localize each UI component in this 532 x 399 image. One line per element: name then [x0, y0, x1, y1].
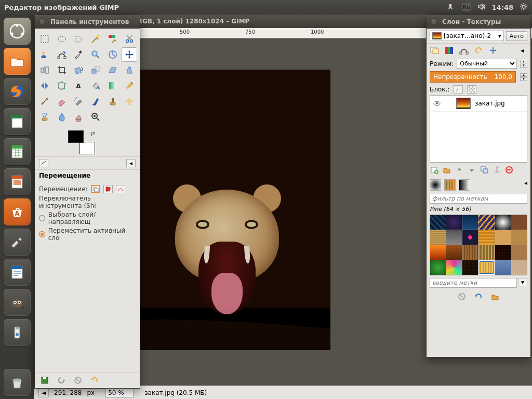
- tab-move-icon[interactable]: [488, 46, 498, 55]
- pattern-grid[interactable]: [430, 215, 527, 275]
- launcher-impress[interactable]: [4, 168, 31, 195]
- fg-color[interactable]: [68, 130, 84, 143]
- pattern-tags-input[interactable]: [430, 278, 517, 288]
- pattern-swatch[interactable]: [462, 230, 478, 245]
- move-mode-selection[interactable]: [103, 185, 113, 193]
- opacity-up[interactable]: ▴: [520, 73, 527, 77]
- new-layer-icon[interactable]: [430, 165, 439, 175]
- tool-ellipse-select[interactable]: [54, 32, 70, 46]
- tool-clone[interactable]: [105, 94, 121, 109]
- pattern-swatch[interactable]: [511, 230, 527, 245]
- launcher-gimp[interactable]: [4, 289, 31, 316]
- lock-alpha-icon[interactable]: [467, 85, 476, 94]
- opacity-slider[interactable]: Непрозрачность 100,0: [430, 71, 516, 83]
- radio-move-active[interactable]: [39, 231, 45, 237]
- tool-rect-select[interactable]: [37, 32, 52, 46]
- network-icon[interactable]: [447, 3, 456, 12]
- pattern-swatch[interactable]: [495, 260, 511, 275]
- tool-airbrush[interactable]: [71, 94, 86, 109]
- tab-undo-history-icon[interactable]: [473, 46, 484, 55]
- bg-color[interactable]: [79, 142, 95, 154]
- tool-text[interactable]: A: [71, 78, 86, 93]
- pattern-swatch[interactable]: [430, 245, 446, 260]
- tab-paths-icon[interactable]: [459, 46, 469, 55]
- clock[interactable]: 14:48: [492, 4, 513, 11]
- pattern-swatch[interactable]: [478, 260, 494, 275]
- launcher-calc[interactable]: [4, 138, 31, 165]
- close-icon[interactable]: [39, 18, 46, 25]
- opacity-down[interactable]: ▾: [520, 77, 527, 81]
- tab-menu-icon[interactable]: ◂: [517, 46, 527, 55]
- tool-perspective-clone[interactable]: [37, 110, 52, 124]
- tool-rotate[interactable]: [71, 63, 86, 77]
- pattern-swatch[interactable]: [478, 245, 494, 260]
- pattern-swatch[interactable]: [462, 215, 478, 230]
- tool-blend[interactable]: [105, 78, 121, 93]
- tool-options-tab-icon[interactable]: [39, 159, 48, 167]
- keyboard-layout-indicator[interactable]: Ru: [462, 3, 471, 11]
- launcher-usb-creator[interactable]: [4, 319, 31, 346]
- toolopt-reset-icon[interactable]: [90, 376, 99, 385]
- tool-crop[interactable]: [54, 63, 70, 77]
- delete-layer-icon[interactable]: [504, 165, 514, 175]
- pattern-swatch[interactable]: [511, 260, 527, 275]
- pattern-filter-input[interactable]: [430, 194, 527, 204]
- close-icon[interactable]: [431, 18, 438, 25]
- volume-icon[interactable]: [477, 3, 486, 12]
- radio-pick-layer[interactable]: [39, 215, 45, 221]
- tool-scissors[interactable]: [122, 32, 137, 46]
- tool-align[interactable]: [37, 63, 52, 77]
- pattern-swatch[interactable]: [446, 230, 462, 245]
- launcher-software-center[interactable]: A: [4, 198, 31, 225]
- toolopt-delete-icon[interactable]: [73, 376, 83, 385]
- tool-shear[interactable]: [105, 63, 121, 77]
- pattern-swatch[interactable]: [430, 230, 446, 245]
- tool-cage[interactable]: [54, 78, 70, 93]
- tags-dropdown-icon[interactable]: ▾: [518, 278, 527, 286]
- pattern-swatch[interactable]: [478, 215, 494, 230]
- toolopt-restore-icon[interactable]: [57, 376, 66, 385]
- layer-item[interactable]: закат.jpg: [430, 96, 527, 112]
- swap-colors-icon[interactable]: ⇄: [90, 130, 95, 137]
- move-mode-path[interactable]: [116, 185, 125, 193]
- pattern-edit-icon[interactable]: [457, 292, 467, 301]
- system-gear-icon[interactable]: [520, 3, 528, 12]
- layer-group-icon[interactable]: [442, 165, 451, 175]
- tool-scale[interactable]: [88, 63, 103, 77]
- move-mode-layer[interactable]: [91, 185, 100, 193]
- gradients-tab-icon[interactable]: [459, 179, 470, 191]
- tool-measure[interactable]: [105, 47, 121, 62]
- launcher-document[interactable]: [4, 259, 31, 286]
- pattern-swatch[interactable]: [430, 215, 446, 230]
- visibility-icon[interactable]: [433, 100, 441, 107]
- brushes-tab-icon[interactable]: [430, 179, 441, 191]
- pattern-open-icon[interactable]: [490, 292, 500, 301]
- pattern-swatch[interactable]: [495, 230, 511, 245]
- tab-channels-icon[interactable]: [444, 46, 455, 55]
- launcher-trash[interactable]: [4, 369, 31, 396]
- mode-up[interactable]: ▴: [520, 60, 527, 63]
- patterns-menu-icon[interactable]: ◂: [524, 179, 527, 191]
- lock-pixels-icon[interactable]: [454, 85, 463, 94]
- tool-smudge[interactable]: [71, 110, 86, 124]
- color-swatches[interactable]: ⇄: [68, 130, 95, 154]
- pattern-swatch[interactable]: [478, 230, 494, 245]
- launcher-writer[interactable]: [4, 108, 31, 135]
- mode-select[interactable]: Обычный: [457, 59, 517, 69]
- auto-button[interactable]: Авто: [506, 31, 527, 41]
- tool-blur[interactable]: [54, 110, 70, 124]
- tool-by-color-select[interactable]: [105, 32, 121, 46]
- tool-pencil[interactable]: [122, 78, 137, 93]
- status-nav-icon[interactable]: ◄: [38, 388, 49, 397]
- pattern-swatch[interactable]: [430, 260, 446, 275]
- tool-fuzzy-select[interactable]: [88, 32, 103, 46]
- tool-move[interactable]: [122, 47, 137, 62]
- status-unit[interactable]: px: [87, 389, 95, 396]
- launcher-firefox[interactable]: [4, 78, 31, 105]
- pattern-swatch[interactable]: [446, 245, 462, 260]
- tool-dodge-burn[interactable]: [88, 110, 103, 124]
- tool-zoom[interactable]: [88, 47, 103, 62]
- pattern-swatch[interactable]: [446, 215, 462, 230]
- launcher-files[interactable]: [4, 48, 31, 75]
- tool-color-picker[interactable]: [71, 47, 86, 62]
